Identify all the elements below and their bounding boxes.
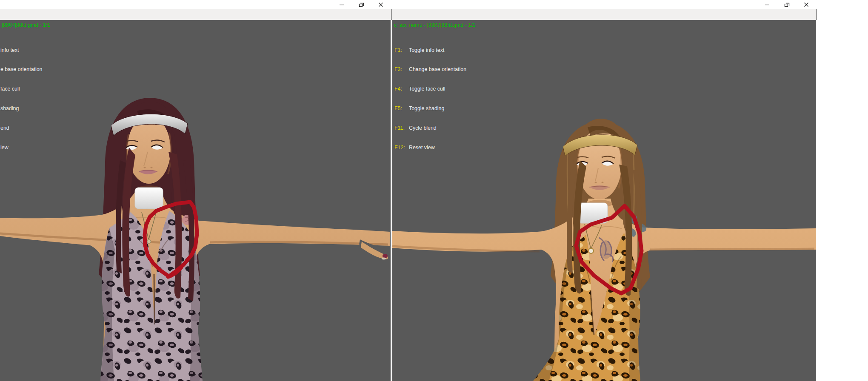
restore-button[interactable] (351, 0, 371, 9)
desktop-background (817, 0, 868, 381)
close-button[interactable] (797, 0, 816, 9)
minimize-button[interactable] (332, 0, 351, 9)
restore-icon (359, 2, 364, 7)
right-window-menustrip (392, 9, 817, 20)
left-model-viewport[interactable]: |8907|88fd.gmd - 1/1 info text e base or… (0, 20, 391, 381)
minimize-button[interactable] (757, 0, 777, 9)
left-model-figure (0, 20, 391, 381)
close-button[interactable] (371, 0, 391, 9)
titlebar-row (0, 0, 868, 9)
right-window-caption-buttons (757, 0, 816, 9)
cleavage-shadow (154, 274, 154, 324)
minimize-icon (765, 2, 770, 7)
right-model-viewport[interactable]: c_aw_nemu - |8907|88fd.gmd - 1/1 F1: Tog… (392, 20, 816, 381)
restore-icon (784, 2, 790, 7)
desktop: |8907|88fd.gmd - 1/1 info text e base or… (0, 0, 868, 381)
close-icon (378, 2, 383, 7)
painted-fingernail (383, 254, 388, 258)
restore-button[interactable] (777, 0, 797, 9)
choker (135, 188, 163, 209)
left-window-caption-buttons (332, 0, 391, 9)
left-window-menustrip (0, 9, 391, 20)
right-model-figure (392, 20, 816, 381)
close-icon (804, 2, 809, 7)
minimize-icon (339, 2, 344, 7)
